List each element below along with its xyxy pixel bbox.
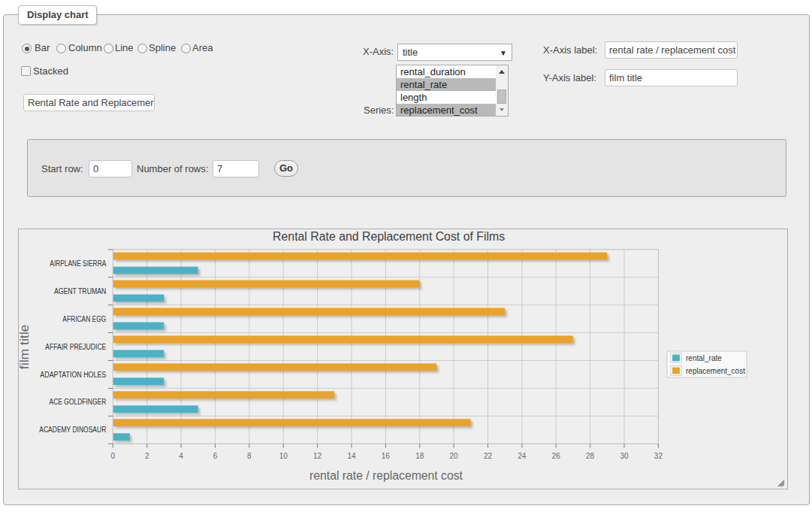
svg-text:6: 6 — [213, 452, 218, 460]
svg-text:rental_rate: rental_rate — [686, 354, 722, 362]
svg-text:film title: film title — [18, 325, 31, 370]
svg-text:Rental Rate and Replacement Co: Rental Rate and Replacement Cost of Film… — [273, 230, 505, 243]
svg-text:4: 4 — [179, 452, 183, 460]
svg-text:2: 2 — [145, 452, 149, 460]
svg-text:28: 28 — [586, 452, 595, 460]
svg-text:AGENT TRUMAN: AGENT TRUMAN — [54, 287, 106, 295]
svg-text:8: 8 — [247, 452, 252, 460]
svg-text:ACADEMY DINOSAUR: ACADEMY DINOSAUR — [39, 426, 106, 434]
svg-text:22: 22 — [484, 452, 493, 460]
svg-text:AFRICAN EGG: AFRICAN EGG — [62, 315, 106, 323]
svg-text:10: 10 — [279, 452, 288, 460]
svg-text:32: 32 — [654, 452, 663, 460]
svg-text:14: 14 — [347, 452, 356, 460]
svg-text:24: 24 — [518, 452, 527, 460]
svg-text:30: 30 — [620, 452, 629, 460]
svg-text:12: 12 — [313, 452, 322, 460]
svg-text:ADAPTATION HOLES: ADAPTATION HOLES — [40, 371, 106, 379]
svg-text:16: 16 — [382, 452, 391, 460]
svg-text:replacement_cost: replacement_cost — [686, 367, 745, 375]
svg-text:20: 20 — [450, 452, 459, 460]
svg-text:rental rate / replacement cost: rental rate / replacement cost — [309, 469, 463, 482]
svg-text:ACE GOLDFINGER: ACE GOLDFINGER — [50, 398, 107, 406]
svg-text:0: 0 — [111, 452, 116, 460]
svg-text:18: 18 — [415, 452, 424, 460]
svg-text:AFFAIR PREJUDICE: AFFAIR PREJUDICE — [45, 343, 106, 351]
svg-text:AIRPLANE SIERRA: AIRPLANE SIERRA — [50, 259, 106, 268]
svg-text:26: 26 — [552, 452, 561, 460]
